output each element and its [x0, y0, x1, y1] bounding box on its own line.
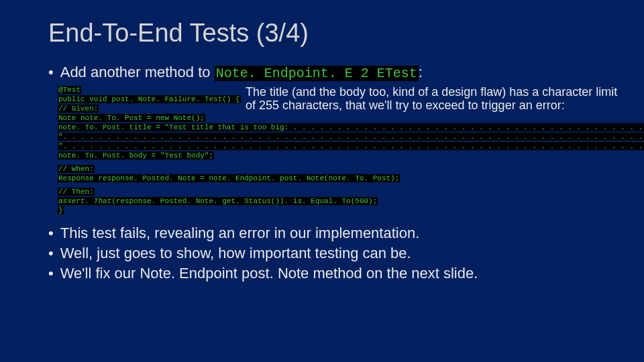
- code-l7: ". . . . . . . . . . . . . . . . . . . .…: [58, 142, 644, 150]
- code-block: The title (and the body too, kind of a d…: [58, 85, 596, 215]
- bullet-dot: •: [48, 266, 54, 281]
- bullet-3-text: We'll fix our Note. Endpoint post. Note …: [60, 265, 596, 282]
- code-l13: }: [58, 206, 64, 215]
- intro-bullet: • Add another method to Note. Endpoint. …: [48, 64, 596, 81]
- bullet-3: • We'll fix our Note. Endpoint post. Not…: [48, 265, 596, 282]
- bullet-2-text: Well, just goes to show, how important t…: [60, 245, 596, 262]
- code-l8: note. To. Post. body = "Test body";: [58, 152, 214, 160]
- code-annotation: The title (and the body too, kind of a d…: [246, 85, 621, 112]
- code-l11: // Then:: [58, 188, 95, 196]
- bullet-1: • This test fails, revealing an error in…: [48, 225, 596, 242]
- intro-classname: Note. Endpoint. E 2 ETest: [215, 66, 419, 81]
- bullet-2: • Well, just goes to show, how important…: [48, 245, 596, 262]
- intro-suffix: :: [419, 64, 423, 80]
- slide: End-To-End Tests (3/4) • Add another met…: [0, 0, 644, 362]
- bullet-dot: •: [48, 246, 54, 261]
- code-l2: public void post. Note. Failure. Test() …: [58, 95, 241, 103]
- code-l1: @Test: [58, 86, 81, 94]
- intro-prefix: Add another method to: [60, 64, 215, 80]
- code-l12b: (response. Posted. Note. get. Status()).…: [111, 197, 377, 205]
- code-l9: // When:: [58, 165, 95, 173]
- code-l12a: assert. That: [58, 197, 111, 205]
- code-l4: Note note. To. Post = new Note();: [58, 114, 205, 122]
- intro-text: Add another method to Note. Endpoint. E …: [60, 64, 596, 81]
- bullet-dot: •: [48, 226, 54, 241]
- slide-title: End-To-End Tests (3/4): [48, 19, 596, 48]
- code-l10: Response response. Posted. Note = note. …: [58, 174, 400, 182]
- code-l3: // Given:: [58, 105, 99, 113]
- bullet-1-text: This test fails, revealing an error in o…: [60, 225, 596, 242]
- bullet-dot: •: [48, 65, 54, 80]
- code-l6: ". . . . . . . . . . . . . . . . . . . .…: [58, 133, 644, 141]
- code-l5: note. To. Post. title = "Test title that…: [58, 123, 644, 131]
